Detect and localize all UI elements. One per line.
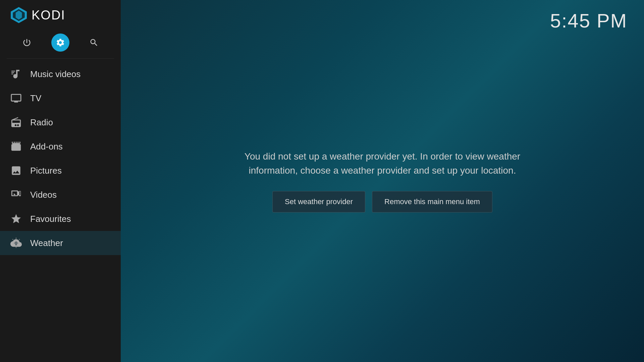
pictures-icon — [10, 165, 22, 177]
settings-icon — [56, 38, 65, 47]
app-header: KODI — [0, 0, 121, 30]
sidebar-item-favourites[interactable]: Favourites — [0, 207, 121, 231]
svg-rect-4 — [11, 72, 14, 73]
remove-menu-item-button[interactable]: Remove this main menu item — [372, 191, 492, 213]
tv-icon — [10, 92, 22, 104]
sidebar-item-music-videos[interactable]: Music videos — [0, 62, 121, 86]
power-button[interactable] — [18, 34, 36, 52]
sidebar-item-addons[interactable]: Add-ons — [0, 134, 121, 159]
videos-icon — [10, 189, 22, 201]
clock-display: 5:45 PM — [550, 9, 627, 32]
music-videos-label: Music videos — [30, 69, 80, 79]
favourites-label: Favourites — [30, 214, 71, 224]
tv-label: TV — [30, 93, 41, 104]
sidebar-item-weather[interactable]: Weather — [0, 231, 121, 255]
addons-icon — [10, 140, 22, 153]
addons-label: Add-ons — [30, 141, 63, 152]
nav-menu: Music videos TV Radio — [0, 59, 121, 362]
videos-label: Videos — [30, 190, 57, 200]
main-content: 5:45 PM You did not set up a weather pro… — [121, 0, 644, 362]
sidebar-item-tv[interactable]: TV — [0, 86, 121, 110]
action-buttons: Set weather provider Remove this main me… — [272, 191, 492, 213]
set-weather-provider-button[interactable]: Set weather provider — [272, 191, 365, 213]
weather-icon — [10, 237, 22, 249]
power-icon — [22, 38, 32, 47]
music-video-icon — [10, 68, 22, 80]
sidebar-item-videos[interactable]: Videos — [0, 183, 121, 207]
top-icon-bar — [0, 30, 121, 58]
sidebar-item-pictures[interactable]: Pictures — [0, 159, 121, 183]
weather-content: You did not set up a weather provider ye… — [231, 149, 533, 213]
radio-label: Radio — [30, 117, 53, 128]
app-title: KODI — [32, 8, 65, 22]
favourites-icon — [10, 213, 22, 225]
weather-label: Weather — [30, 238, 63, 248]
kodi-logo: KODI — [10, 6, 65, 24]
sidebar: KODI Music vi — [0, 0, 121, 362]
sidebar-item-radio[interactable]: Radio — [0, 110, 121, 134]
kodi-logo-icon — [10, 6, 28, 24]
search-button[interactable] — [85, 34, 103, 52]
weather-message: You did not set up a weather provider ye… — [231, 149, 533, 178]
search-icon — [89, 38, 99, 47]
settings-button[interactable] — [51, 34, 69, 52]
radio-icon — [10, 116, 22, 128]
svg-rect-3 — [11, 71, 15, 71]
pictures-label: Pictures — [30, 166, 62, 176]
svg-rect-5 — [11, 74, 13, 74]
